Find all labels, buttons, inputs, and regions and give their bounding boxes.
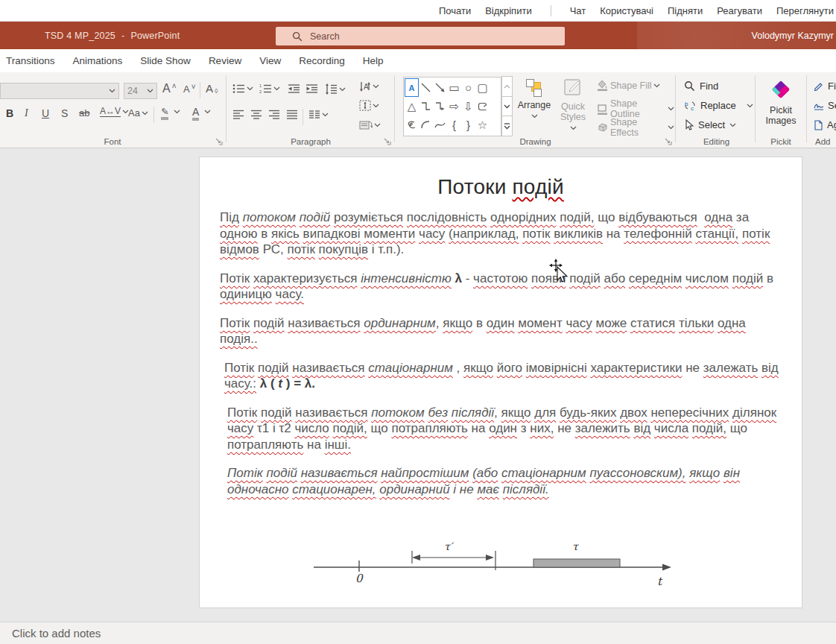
tab-transitions[interactable]: Transitions <box>6 55 55 66</box>
font-dialog-launcher[interactable] <box>215 137 223 145</box>
clear-formatting-button[interactable]: A◊ <box>206 82 218 95</box>
slide-title[interactable]: Потоки подій <box>200 175 802 199</box>
shape-textbox-icon[interactable]: A <box>405 78 419 97</box>
addin-fill-sign-button[interactable]: Fil <box>814 80 836 92</box>
shape-round-corner-shape-icon[interactable] <box>475 97 490 116</box>
tab-help[interactable]: Help <box>363 55 384 66</box>
select-button[interactable]: Select <box>684 119 736 130</box>
columns-button[interactable] <box>308 110 329 119</box>
word: подій <box>261 405 291 420</box>
align-text-button[interactable] <box>359 100 379 111</box>
meeting-item-1[interactable]: Почати <box>439 5 471 16</box>
meeting-item-4[interactable]: Користувачі <box>600 5 653 16</box>
shapes-gallery[interactable]: A▭○▢△⇨⇩{}☆ <box>403 77 501 136</box>
paragraph-dialog-launcher[interactable] <box>383 137 391 145</box>
chevron-down-icon <box>204 110 211 114</box>
pickit-images-button[interactable]: Pickit Images <box>757 78 805 126</box>
timeline-diagram[interactable]: 0 τ′ τ t <box>304 539 691 597</box>
shape-arc-icon[interactable] <box>419 116 433 134</box>
tab-recording[interactable]: Recording <box>299 55 345 66</box>
shrink-font-button[interactable]: A˅ <box>183 83 196 95</box>
text-run: Потік подій називається <box>220 316 364 330</box>
shape-line-icon[interactable] <box>419 78 433 97</box>
word: на <box>307 438 321 452</box>
shape-elbow-connector-icon[interactable] <box>419 97 433 116</box>
text-direction-button[interactable]: A <box>359 80 379 92</box>
gallery-expand-button[interactable] <box>501 116 513 136</box>
word: непересічних <box>650 405 729 420</box>
slide-body-textbox[interactable]: Під потоком подій розуміється послідовні… <box>220 209 779 510</box>
axis-arrowhead <box>662 564 671 571</box>
italic-button[interactable]: I <box>25 107 28 119</box>
character-spacing-button[interactable]: A↔V <box>100 106 129 117</box>
meeting-item-6[interactable]: Реагувати <box>717 5 762 16</box>
shape-block-arrow-down-icon[interactable]: ⇩ <box>461 97 475 116</box>
tab-animations[interactable]: Animations <box>73 55 123 66</box>
shape-block-arrow-right-icon[interactable]: ⇨ <box>447 97 461 116</box>
find-button[interactable]: Find <box>684 80 718 92</box>
paragraph-4: Потік подій називається стаціонарним , я… <box>224 360 779 392</box>
font-color-button[interactable]: A <box>192 106 211 118</box>
decrease-indent-button[interactable] <box>288 83 300 94</box>
word: подій <box>253 316 284 330</box>
replace-button[interactable]: bcReplace <box>684 100 753 111</box>
align-right-button[interactable] <box>268 110 280 119</box>
gallery-scroll-down-button[interactable] <box>501 96 513 117</box>
justify-button[interactable] <box>286 110 298 119</box>
shape-brace-right-icon[interactable]: } <box>461 116 475 134</box>
meeting-item-5[interactable]: Підняти <box>668 5 703 16</box>
slide[interactable]: Потоки подій Під потоком подій розумієть… <box>199 157 802 608</box>
line-spacing-button[interactable] <box>325 83 346 95</box>
font-size-combo[interactable]: 24 <box>124 83 157 99</box>
shape-scribble-icon[interactable] <box>405 116 419 134</box>
grow-font-button[interactable]: A˄ <box>162 82 177 95</box>
shape-oval-icon[interactable]: ○ <box>461 78 475 97</box>
increase-indent-button[interactable] <box>305 83 318 94</box>
convert-to-smartart-button[interactable] <box>359 119 381 130</box>
notes-pane[interactable]: Click to add notes <box>0 622 836 644</box>
meeting-item-2[interactable]: Відкріпити <box>485 5 531 16</box>
numbering-button[interactable]: 12 <box>259 83 280 94</box>
search-placeholder: Search <box>310 31 340 42</box>
change-case-button[interactable]: Aa <box>128 107 148 119</box>
decrease-indent-icon <box>288 83 300 94</box>
underline-button[interactable]: U <box>42 107 49 119</box>
meeting-item-3[interactable]: Чат <box>570 5 586 16</box>
shape-elbow-arrow-connector-icon[interactable] <box>433 97 447 116</box>
word: називається <box>295 405 367 420</box>
shape-triangle-icon[interactable]: △ <box>405 97 419 116</box>
word: залежить <box>575 421 630 435</box>
text-highlight-button[interactable]: ✎ <box>161 106 180 117</box>
chevron-down-icon <box>374 123 381 127</box>
strikethrough-button[interactable]: S <box>61 107 68 119</box>
addin-agreement-button[interactable]: Ag <box>814 119 836 130</box>
shape-star-icon[interactable]: ☆ <box>475 116 490 134</box>
bullets-button[interactable] <box>232 83 253 94</box>
pickit-group: Pickit Images Pickit <box>757 72 805 148</box>
tab-view[interactable]: View <box>259 55 281 66</box>
shape-rounded-rectangle-icon[interactable]: ▢ <box>475 78 490 97</box>
word: , <box>494 405 498 420</box>
align-left-button[interactable] <box>232 110 244 119</box>
font-name-combo[interactable] <box>0 83 119 99</box>
word: часу.: <box>224 376 256 391</box>
app-name: PowerPoint <box>130 31 180 41</box>
double-strikethrough-button[interactable]: ab <box>79 107 89 119</box>
shape-curve-icon[interactable] <box>433 116 447 134</box>
shape-rectangle-icon[interactable]: ▭ <box>447 78 461 97</box>
arrange-button[interactable]: Arrange <box>516 78 553 121</box>
tab-review[interactable]: Review <box>209 55 241 66</box>
addin-signature-button[interactable]: Se <box>814 100 836 111</box>
gallery-scroll-up-button[interactable] <box>501 76 513 97</box>
drawing-dialog-launcher[interactable] <box>664 137 672 145</box>
shape-arrow-line-icon[interactable] <box>433 78 447 97</box>
account-user-name[interactable]: Volodymyr Kazymyr <box>752 22 834 49</box>
bold-button[interactable]: B <box>6 107 13 119</box>
word: τ2 <box>279 421 291 435</box>
tab-slide-show[interactable]: Slide Show <box>140 55 191 66</box>
word: якщо <box>689 466 720 480</box>
align-center-button[interactable] <box>250 110 262 119</box>
shape-brace-left-icon[interactable]: { <box>447 116 461 134</box>
search-box[interactable]: Search <box>276 27 565 45</box>
meeting-item-7[interactable]: Переглянути <box>776 5 834 16</box>
